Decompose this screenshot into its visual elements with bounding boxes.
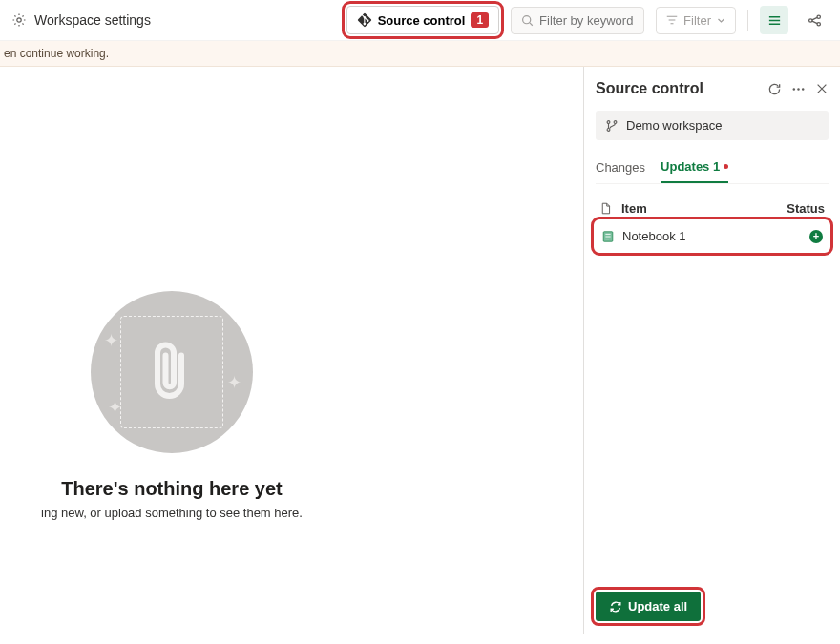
workspace-name: Demo workspace	[626, 118, 722, 133]
empty-state-graphic: ✦ ✦ ✦	[91, 291, 253, 453]
source-control-label: Source control	[378, 13, 466, 28]
git-icon	[357, 12, 372, 28]
source-control-panel: Source control Demo workspace Cha	[584, 67, 840, 634]
item-name: Notebook 1	[622, 229, 686, 243]
panel-title: Source control	[596, 80, 704, 97]
svg-point-6	[797, 88, 799, 90]
col-item-header: Item	[621, 201, 777, 216]
svg-point-9	[607, 128, 610, 131]
empty-state-subtitle: ing new, or upload something to see them…	[41, 506, 303, 520]
svg-point-3	[817, 15, 820, 18]
content-area: ✦ ✦ ✦ There's nothing here yet ing new, …	[0, 67, 584, 634]
lineage-icon	[808, 13, 822, 28]
updates-indicator-dot	[724, 164, 728, 169]
warning-text: en continue working.	[4, 47, 109, 60]
list-item[interactable]: Notebook 1	[596, 221, 829, 251]
panel-tabs: Changes Updates 1	[596, 154, 829, 184]
svg-point-1	[523, 15, 531, 23]
svg-point-4	[817, 22, 820, 25]
paperclip-icon	[143, 339, 200, 405]
file-icon	[599, 202, 612, 215]
empty-state: ✦ ✦ ✦ There's nothing here yet ing new, …	[0, 291, 344, 520]
gear-icon	[11, 12, 27, 28]
list-header: Item Status	[596, 196, 829, 221]
workspace-settings-label: Workspace settings	[34, 12, 151, 28]
empty-state-title: There's nothing here yet	[61, 478, 282, 500]
source-control-button[interactable]: Source control 1	[346, 6, 499, 34]
notebook-icon	[601, 230, 615, 243]
lineage-view-button[interactable]	[800, 6, 829, 34]
list-icon	[767, 13, 782, 28]
sync-icon	[609, 600, 622, 613]
svg-point-7	[802, 88, 804, 90]
tab-changes[interactable]: Changes	[596, 154, 645, 183]
refresh-icon[interactable]	[767, 82, 782, 96]
filter-keyword-input[interactable]	[511, 7, 644, 34]
svg-point-8	[607, 120, 610, 123]
branch-icon	[605, 119, 619, 133]
tab-updates[interactable]: Updates 1	[661, 154, 728, 183]
status-added-icon	[809, 230, 823, 243]
filter-keyword-field[interactable]	[539, 13, 634, 28]
workspace-selector[interactable]: Demo workspace	[596, 111, 829, 140]
main: ✦ ✦ ✦ There's nothing here yet ing new, …	[0, 67, 840, 634]
filter-icon	[666, 14, 678, 26]
svg-point-0	[17, 18, 21, 22]
warning-banner: en continue working.	[0, 41, 840, 67]
filter-label: Filter	[683, 13, 711, 28]
source-control-badge: 1	[471, 12, 489, 28]
topbar: Workspace settings Source control 1 Filt…	[0, 0, 840, 41]
more-icon[interactable]	[791, 82, 806, 96]
list-view-button[interactable]	[760, 6, 788, 34]
svg-point-5	[793, 88, 795, 90]
update-all-label: Update all	[628, 599, 687, 613]
filter-button[interactable]: Filter	[656, 7, 736, 34]
col-status-header: Status	[787, 201, 825, 216]
divider	[747, 10, 748, 31]
chevron-down-icon	[717, 16, 725, 25]
svg-point-2	[808, 18, 811, 21]
workspace-settings-button[interactable]: Workspace settings	[11, 12, 151, 28]
search-icon	[521, 14, 534, 27]
close-icon[interactable]	[815, 82, 829, 95]
svg-point-10	[614, 120, 617, 123]
update-all-button[interactable]: Update all	[596, 592, 701, 621]
